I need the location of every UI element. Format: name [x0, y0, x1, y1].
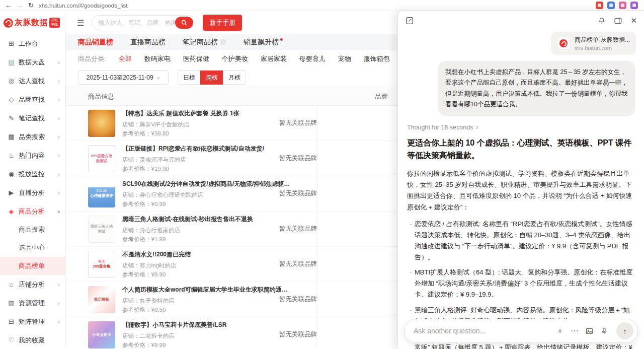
category-beauty[interactable]: 个护美妆 [222, 54, 248, 63]
category-health[interactable]: 医药保健 [183, 54, 209, 63]
sidebar-item-resource-management[interactable]: ▥ 资源管理 ∨ [0, 294, 65, 312]
browser-toolbar: ← → ↻ xhs.huitun.com/#/goods/goods_list [0, 0, 644, 11]
product-thumbnail: 黑暗三角人格测试 [88, 216, 115, 243]
logo-badge: 小红书版 [49, 18, 60, 28]
product-thumbnail: 有车 200篇合集 [88, 251, 115, 278]
info-badge-icon [220, 39, 226, 45]
date-range-picker[interactable]: 2025-11-03至2025-11-09 ∨ [78, 71, 169, 85]
tab-live-product-ranking[interactable]: 直播商品榜 [130, 38, 166, 47]
brand-cell: 暂无关联品牌 [279, 154, 317, 163]
collapse-sidebar-icon[interactable]: ☰ [77, 18, 84, 28]
microphone-icon[interactable] [600, 327, 608, 335]
screenshot-icon[interactable] [585, 327, 594, 335]
beginner-guide-button[interactable]: 新手手册 [203, 15, 242, 31]
sidebar-item-product-search[interactable]: 商品搜索 [0, 221, 65, 239]
back-icon[interactable]: ← [5, 2, 12, 9]
global-search [92, 15, 195, 30]
reload-icon[interactable]: ↻ [28, 2, 34, 9]
product-title[interactable]: 【正版链接】RPI恋爱占有欲/依恋模式测试/自动发货/ [122, 145, 292, 153]
product-shop: 店铺：身心疗愈心理研究院的店 [122, 191, 293, 199]
category-pets[interactable]: 宠物 [338, 54, 351, 63]
category-mother-baby[interactable]: 母婴育儿 [299, 54, 326, 63]
product-shop: 店铺：灵魂沼泽与元的店 [122, 156, 293, 164]
attach-plus-icon[interactable]: ＋ [556, 327, 564, 335]
product-price: 参考价格：¥19.90 [122, 165, 293, 173]
product-title[interactable]: SCL90在线测试/2分钟自动发货/虚拟商品/无物流/抑郁焦虑躯体化 [122, 180, 292, 188]
category-home[interactable]: 家居家装 [261, 54, 287, 63]
sidebar-item-hot-content[interactable]: ♨ 热门内容 ∨ [0, 146, 65, 165]
tab-product-sales-ranking[interactable]: 商品销量榜 [78, 38, 113, 47]
tab-note-product-ranking[interactable]: 笔记商品榜 [183, 38, 226, 47]
address-bar[interactable]: xhs.huitun.com/#/goods/goods_list [39, 3, 127, 9]
product-info: SCL90在线测试/2分钟自动发货/虚拟商品/无物流/抑郁焦虑躯体化 店铺：身心… [122, 180, 293, 208]
ask-input[interactable] [414, 327, 556, 335]
chevron-down-icon: ∨ [57, 301, 60, 305]
browser-extension-icon[interactable] [619, 2, 626, 9]
send-button[interactable]: ↑ [616, 322, 633, 339]
product-price: 参考价格：¥1.99 [122, 236, 293, 243]
product-price: 参考价格：¥8.90 [122, 271, 293, 278]
product-title[interactable]: 黑暗三角人格测试-在线测试-秒出报告售出不退换 [122, 215, 292, 224]
close-icon[interactable]: ✕ [630, 16, 637, 25]
sidebar-item-note-search[interactable]: ✎ 笔记查找 ∨ [0, 109, 65, 127]
sidebar-item-ad-monitor[interactable]: ◉ 投放监控 ∨ [0, 165, 65, 183]
browser-extension-icon[interactable] [596, 2, 603, 9]
category-apparel[interactable]: 服饰箱包 [364, 54, 390, 63]
source-favicon [557, 37, 570, 50]
sidebar-item-influencer-search[interactable]: ◎ 达人查找 ∨ [0, 72, 65, 90]
sidebar-item-product-analysis[interactable]: ◈ 商品分析 ∧ [0, 202, 65, 221]
sidebar-item-my-favorites[interactable]: ♡ 我的收藏 [0, 331, 65, 349]
sidebar-item-live-analysis[interactable]: ▶ 直播分析 ∨ [0, 183, 65, 202]
category-filter-label: 商品分类: [78, 54, 106, 63]
brand-cell: 暂无关联品牌 [279, 330, 317, 339]
weekly-ranking-button[interactable]: 周榜 [200, 71, 223, 85]
browser-extension-icon[interactable] [607, 2, 615, 9]
brand-cell: 暂无关联品牌 [279, 119, 317, 127]
live-icon: ▶ [7, 189, 16, 196]
search-input[interactable] [98, 19, 175, 26]
sidebar-toggle-icon[interactable] [614, 17, 622, 25]
category-all[interactable]: 全部 [119, 54, 132, 63]
product-price: 参考价格：¥9.99 [122, 341, 293, 349]
sidebar-item-product-ranking[interactable]: 商品榜单 [0, 257, 65, 275]
sidebar-item-data-dashboard[interactable]: ▤ 数据大盘 ∨ [0, 53, 65, 72]
source-page-chip[interactable]: 商品榜单-灰豚数据... xhs.huitun.com [551, 32, 636, 55]
product-title[interactable]: 个人简历模板大全word可编辑应届大学生毕业生求职简约通用高端 [122, 286, 292, 294]
source-title: 商品榜单-灰豚数据... [575, 36, 630, 44]
hot-icon: ♨ [7, 152, 16, 159]
product-title[interactable]: 【特惠】达美乐 超值双比萨套餐 兑换券 1张 [122, 109, 292, 118]
sidebar-item-workbench[interactable]: ⊞ 工作台 [0, 34, 65, 53]
new-chat-icon[interactable] [405, 16, 414, 25]
daily-ranking-button[interactable]: 日榜 [178, 71, 201, 85]
product-title[interactable]: 不是清水文!!200篇已完结 [122, 250, 292, 259]
ai-assistant-panel: ✕ 商品榜单-灰豚数据... xhs.huitun.com 我想在小红书上卖虚拟… [397, 10, 644, 349]
category-digital[interactable]: 数码家电 [144, 54, 171, 63]
note-icon: ✎ [7, 114, 16, 122]
sidebar-item-matrix-management[interactable]: ⊟ 矩阵管理 ∨ [0, 312, 65, 331]
browser-extension-icon[interactable] [630, 2, 638, 9]
forward-icon[interactable]: → [17, 2, 23, 9]
chevron-right-icon: › [476, 124, 478, 131]
tab-sales-surge-ranking[interactable]: 销量飙升榜 [244, 38, 283, 47]
search-button[interactable] [175, 17, 193, 29]
brand-cell: 暂无关联品牌 [279, 260, 317, 268]
more-options-icon[interactable]: ⋯ [571, 327, 579, 335]
monthly-ranking-button[interactable]: 月榜 [223, 71, 246, 85]
new-dot-icon [280, 38, 283, 41]
sidebar-item-category-search[interactable]: ▦ 品类搜索 ∨ [0, 127, 65, 146]
search-icon [181, 19, 188, 26]
chevron-down-icon: ∨ [57, 153, 60, 158]
product-price: 参考价格：¥0.50 [122, 306, 293, 314]
chevron-down-icon: ∨ [57, 116, 60, 120]
sidebar-item-selection-center[interactable]: 选品中心 [0, 239, 65, 257]
app-logo[interactable]: 灰豚数据 小红书版 [0, 11, 65, 34]
product-title[interactable]: 【猜数字】小马宝莉卡片保底美普/LSR [122, 321, 292, 329]
thought-toggle[interactable]: Thought for 16 seconds › [407, 124, 635, 131]
chevron-down-icon: ∨ [57, 134, 60, 139]
conversation-area[interactable]: 我想在小红书上卖虚拟产品，目标人群是 25～35 岁左右的女生，要求这个产品能自… [398, 55, 644, 349]
category-icon: ▦ [7, 133, 16, 141]
sidebar-item-brand-search[interactable]: ◇ 品牌查找 ∨ [0, 90, 65, 109]
product-shop: 店铺：努力ing时的店 [122, 262, 293, 269]
bell-icon[interactable] [598, 17, 606, 25]
sidebar-item-shop-analysis[interactable]: ⌂ 店铺分析 ∨ [0, 275, 65, 294]
